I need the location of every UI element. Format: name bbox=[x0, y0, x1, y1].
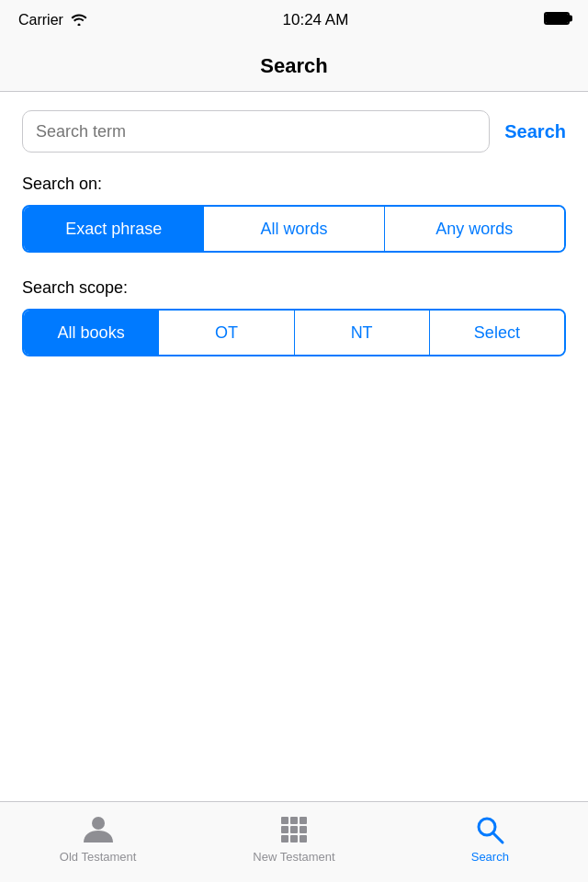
carrier-label: Carrier bbox=[18, 12, 63, 28]
svg-point-0 bbox=[92, 817, 105, 830]
nav-bar: Search bbox=[0, 40, 588, 92]
search-tab-icon bbox=[473, 813, 506, 846]
seg-nt[interactable]: NT bbox=[295, 311, 430, 355]
tab-old-testament[interactable]: Old Testament bbox=[0, 813, 196, 871]
seg-select[interactable]: Select bbox=[430, 311, 564, 355]
tab-ot-label: Old Testament bbox=[60, 850, 137, 864]
tab-new-testament[interactable]: New Testament bbox=[196, 813, 391, 871]
time-label: 10:24 AM bbox=[283, 11, 349, 29]
svg-rect-1 bbox=[281, 817, 288, 824]
svg-rect-7 bbox=[281, 835, 288, 842]
search-scope-segmented: All books OT NT Select bbox=[22, 309, 566, 356]
tab-search-label: Search bbox=[471, 850, 509, 864]
book-grid-icon bbox=[277, 813, 311, 846]
person-icon bbox=[82, 813, 115, 846]
svg-line-11 bbox=[493, 833, 503, 842]
tab-bar: Old Testament New Testament Search bbox=[0, 801, 588, 882]
svg-rect-4 bbox=[281, 826, 288, 833]
seg-any-words[interactable]: Any words bbox=[385, 207, 564, 251]
tab-search[interactable]: Search bbox=[392, 813, 588, 871]
nav-title: Search bbox=[260, 54, 327, 78]
svg-rect-8 bbox=[290, 835, 298, 842]
seg-exact-phrase[interactable]: Exact phrase bbox=[24, 207, 204, 251]
search-on-segmented: Exact phrase All words Any words bbox=[22, 205, 566, 253]
svg-rect-3 bbox=[300, 817, 307, 824]
battery-icon bbox=[544, 12, 570, 28]
search-row: Search bbox=[22, 110, 566, 153]
svg-rect-9 bbox=[300, 835, 307, 842]
status-bar: Carrier 10:24 AM bbox=[0, 0, 588, 40]
tab-nt-label: New Testament bbox=[253, 850, 334, 864]
seg-ot[interactable]: OT bbox=[159, 311, 294, 355]
seg-all-books[interactable]: All books bbox=[24, 311, 159, 355]
svg-rect-6 bbox=[300, 826, 307, 833]
seg-all-words[interactable]: All words bbox=[204, 207, 384, 251]
search-scope-label: Search scope: bbox=[22, 278, 566, 298]
svg-rect-2 bbox=[290, 817, 298, 824]
status-left: Carrier bbox=[18, 12, 87, 28]
search-on-label: Search on: bbox=[22, 175, 566, 194]
search-input[interactable] bbox=[22, 110, 490, 153]
search-button[interactable]: Search bbox=[504, 121, 566, 142]
main-content: Search Search on: Exact phrase All words… bbox=[0, 92, 588, 801]
wifi-icon bbox=[71, 13, 87, 28]
svg-rect-5 bbox=[290, 826, 298, 833]
